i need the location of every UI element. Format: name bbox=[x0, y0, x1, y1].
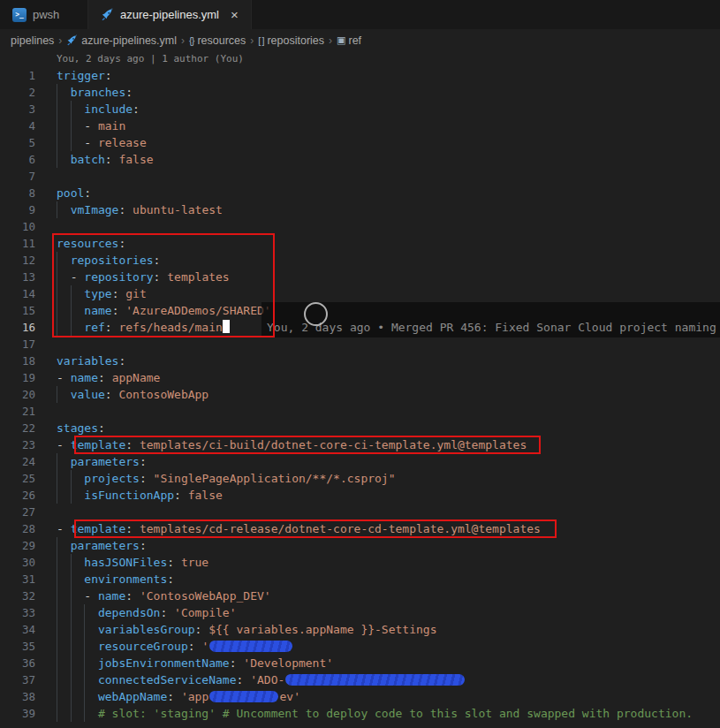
line-number[interactable]: 32 bbox=[0, 588, 35, 604]
line-number[interactable]: 12 bbox=[0, 252, 35, 269]
code-line[interactable]: 32 - name: 'ContosoWebApp_DEV' bbox=[0, 588, 720, 604]
indent-guide bbox=[84, 655, 85, 671]
indent-guide bbox=[71, 588, 72, 604]
code-token: ' bbox=[201, 640, 208, 653]
line-number[interactable]: 5 bbox=[0, 134, 35, 151]
code-line[interactable]: 29 parameters: bbox=[0, 537, 720, 554]
code-text: parameters: bbox=[57, 453, 147, 470]
line-number[interactable]: 2 bbox=[0, 84, 35, 101]
code-line[interactable]: 25 projects: "SinglePageApplication/**/*… bbox=[0, 470, 720, 487]
line-number[interactable]: 37 bbox=[0, 671, 35, 688]
line-number[interactable]: 9 bbox=[0, 201, 35, 218]
code-line[interactable]: 37 connectedServiceName: 'ADO- bbox=[0, 671, 720, 688]
code-line[interactable]: 8pool: bbox=[0, 185, 720, 201]
codelens-blame[interactable]: You, 2 days ago | 1 author (You) bbox=[0, 51, 720, 67]
code-token bbox=[57, 606, 98, 619]
line-number[interactable]: 27 bbox=[0, 504, 35, 520]
code-line[interactable]: 38 webAppName: 'appev' bbox=[0, 688, 720, 705]
indent-guide bbox=[71, 671, 72, 688]
code-line[interactable]: 26 isFunctionApp: false bbox=[0, 487, 720, 504]
line-number[interactable]: 30 bbox=[0, 554, 35, 571]
code-line[interactable]: 18variables: bbox=[0, 353, 720, 369]
code-text: resourceGroup: ' bbox=[57, 638, 293, 655]
code-token: name bbox=[71, 371, 98, 384]
line-number[interactable]: 16 bbox=[0, 319, 35, 336]
line-number[interactable]: 6 bbox=[0, 151, 35, 168]
line-number[interactable]: 31 bbox=[0, 571, 35, 588]
line-number[interactable]: 33 bbox=[0, 604, 35, 621]
line-number[interactable]: 24 bbox=[0, 453, 35, 470]
line-number[interactable]: 23 bbox=[0, 436, 35, 453]
code-line[interactable]: 5 - release bbox=[0, 134, 720, 151]
code-token bbox=[57, 707, 98, 720]
line-number[interactable]: 13 bbox=[0, 269, 35, 285]
indent-guide bbox=[57, 588, 57, 604]
line-number[interactable]: 18 bbox=[0, 353, 35, 369]
line-number[interactable]: 25 bbox=[0, 470, 35, 487]
code-line[interactable]: 24 parameters: bbox=[0, 453, 720, 470]
code-line[interactable]: 19- name: appName bbox=[0, 369, 720, 386]
code-text: branches: bbox=[57, 84, 133, 101]
line-number[interactable]: 17 bbox=[0, 336, 35, 353]
code-line[interactable]: 27 bbox=[0, 504, 720, 520]
code-line[interactable]: 3 include: bbox=[0, 101, 720, 118]
breadcrumb-item-repositories[interactable]: [ ] repositories bbox=[258, 34, 324, 47]
code-line[interactable]: 30 hasJSONFiles: true bbox=[0, 554, 720, 571]
code-line[interactable]: 20 value: ContosoWebApp bbox=[0, 386, 720, 403]
indent-guide bbox=[71, 688, 72, 705]
vscode-window: >_ pwsh azure-pipelines.yml × pipelines … bbox=[0, 0, 720, 728]
line-number[interactable]: 26 bbox=[0, 487, 35, 504]
breadcrumb-item-pipelines[interactable]: pipelines bbox=[11, 34, 54, 47]
code-line[interactable]: 39 # slot: 'staging' # Uncomment to depl… bbox=[0, 705, 720, 722]
code-line[interactable]: 6 batch: false bbox=[0, 151, 720, 168]
code-line[interactable]: 9 vmImage: ubuntu-latest bbox=[0, 201, 720, 218]
code-line[interactable]: 2 branches: bbox=[0, 84, 720, 101]
line-number[interactable]: 10 bbox=[0, 218, 35, 235]
code-text: variables: bbox=[57, 353, 125, 369]
line-number[interactable]: 3 bbox=[0, 101, 35, 118]
breadcrumb-item-file[interactable]: azure-pipelines.yml bbox=[66, 34, 177, 47]
code-line[interactable]: 17 bbox=[0, 336, 720, 353]
code-line[interactable]: 33 dependsOn: 'Compile' bbox=[0, 604, 720, 621]
line-number[interactable]: 1 bbox=[0, 67, 35, 84]
line-number[interactable]: 34 bbox=[0, 621, 35, 638]
indent-guide bbox=[84, 621, 85, 638]
line-number[interactable]: 35 bbox=[0, 638, 35, 655]
code-line[interactable]: 34 variablesGroup: ${{ variables.appName… bbox=[0, 621, 720, 638]
tab-azure-pipelines[interactable]: azure-pipelines.yml × bbox=[88, 0, 252, 29]
line-number[interactable]: 36 bbox=[0, 655, 35, 671]
line-number[interactable]: 11 bbox=[0, 235, 35, 252]
code-token: : bbox=[105, 388, 119, 401]
code-token: parameters bbox=[71, 539, 140, 552]
line-number[interactable]: 15 bbox=[0, 302, 35, 319]
code-line[interactable]: 31 environments: bbox=[0, 571, 720, 588]
line-number[interactable]: 4 bbox=[0, 118, 35, 134]
line-number[interactable]: 39 bbox=[0, 705, 35, 722]
close-icon[interactable]: × bbox=[231, 8, 239, 21]
line-number[interactable]: 38 bbox=[0, 688, 35, 705]
editor[interactable]: You, 2 days ago | 1 author (You) 1trigge… bbox=[0, 51, 720, 728]
line-number[interactable]: 7 bbox=[0, 168, 35, 185]
code-token: : bbox=[230, 656, 244, 670]
tab-pwsh[interactable]: >_ pwsh bbox=[0, 0, 88, 29]
code-line[interactable]: 1trigger: bbox=[0, 67, 720, 84]
breadcrumb-item-ref[interactable]: ▣ ref bbox=[337, 34, 361, 47]
line-number[interactable]: 19 bbox=[0, 369, 35, 386]
code-token bbox=[57, 656, 98, 670]
code-token: 'app bbox=[181, 690, 208, 703]
line-number[interactable]: 28 bbox=[0, 520, 35, 537]
code-token: trigger bbox=[57, 69, 105, 82]
code-line[interactable]: 4 - main bbox=[0, 118, 720, 134]
line-number[interactable]: 8 bbox=[0, 185, 35, 201]
breadcrumb-item-resources[interactable]: {} resources bbox=[189, 34, 246, 47]
line-number[interactable]: 29 bbox=[0, 537, 35, 554]
code-line[interactable]: 7 bbox=[0, 168, 720, 185]
code-line[interactable]: 21 bbox=[0, 403, 720, 420]
code-line[interactable]: 36 jobsEnvironmentName: 'Development' bbox=[0, 655, 720, 671]
line-number[interactable]: 14 bbox=[0, 285, 35, 302]
code-line[interactable]: 35 resourceGroup: ' bbox=[0, 638, 720, 655]
line-number[interactable]: 22 bbox=[0, 420, 35, 436]
code-line[interactable]: 22stages: bbox=[0, 420, 720, 436]
line-number[interactable]: 21 bbox=[0, 403, 35, 420]
line-number[interactable]: 20 bbox=[0, 386, 35, 403]
